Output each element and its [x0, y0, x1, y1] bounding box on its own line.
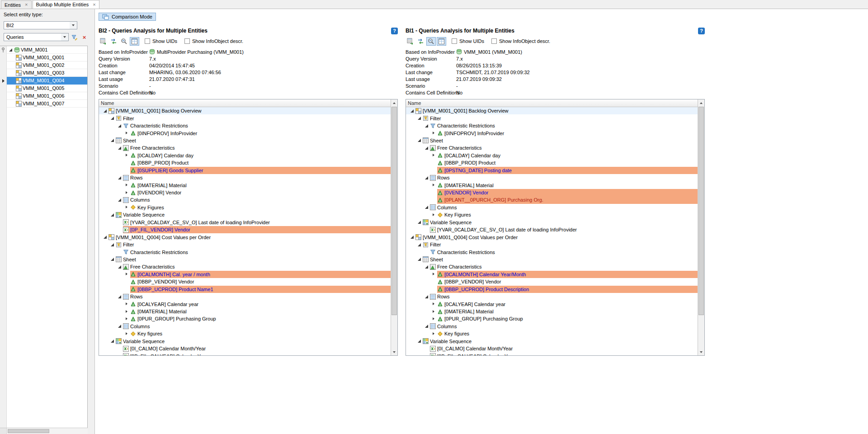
tree-node[interactable]: Key figures — [406, 330, 698, 337]
tree-node[interactable]: [VMM_M001_Q004] Cost Values per Order — [406, 233, 698, 241]
expand-icon[interactable] — [124, 182, 130, 188]
tree-node[interactable]: [0MATERIAL] Material — [99, 308, 391, 315]
tree-node[interactable]: [0CALDAY] Calendar day — [406, 152, 698, 159]
collapse-icon[interactable] — [117, 175, 123, 181]
tree-node[interactable]: [0CALMONTH] Cal. year / month — [99, 271, 391, 278]
collapse-icon[interactable] — [117, 197, 123, 203]
vertical-scrollbar[interactable] — [698, 99, 704, 355]
transfer-differences-button[interactable] — [109, 37, 118, 46]
show-uids-checkbox[interactable]: Show UIDs — [452, 38, 484, 44]
tree-node[interactable]: Variable Sequence — [99, 211, 391, 218]
expand-icon[interactable] — [431, 271, 437, 277]
checkbox-box[interactable] — [491, 38, 497, 44]
tree-node[interactable]: [0CALDAY] Calendar day — [99, 152, 391, 159]
zoom-button[interactable] — [119, 37, 129, 46]
edit-filter-button[interactable] — [70, 33, 79, 41]
grid-export-button[interactable] — [406, 37, 415, 46]
tree-node[interactable]: [0VENDOR] Vendor — [406, 189, 698, 196]
tree-node[interactable]: Columns — [406, 204, 698, 211]
tree-node[interactable]: [0INFOPROV] InfoProvider — [406, 129, 698, 137]
tree-node[interactable]: [0CALMONTH] Calendar Year/Month — [406, 271, 698, 278]
collapse-icon[interactable] — [117, 123, 123, 129]
expand-icon[interactable] — [431, 152, 437, 158]
tree-node[interactable]: [YVAR_0CALDAY_CE_SV_O] Last date of load… — [406, 226, 698, 233]
entity-tree-root[interactable]: VMM_M001 — [7, 46, 87, 54]
tree-node[interactable]: [0BBP_PROD] Product — [99, 159, 391, 166]
tree-node[interactable]: [0PUR_GROUP] Purchasing Group — [406, 315, 698, 322]
scrollbar-track[interactable] — [7, 428, 88, 434]
scroll-up-icon[interactable] — [698, 99, 704, 106]
collapse-icon[interactable] — [103, 108, 108, 114]
grid-export-button[interactable] — [99, 37, 108, 46]
scrollbar-track[interactable] — [391, 106, 397, 349]
tree-node[interactable]: Rows — [406, 293, 698, 300]
tree-node[interactable]: [0P_FIL_CALYEAR] Calendar Year — [99, 352, 391, 355]
tree-node[interactable]: [0P_FIL_VENDOR] Vendor — [99, 226, 391, 233]
tree-node[interactable]: Variable Sequence — [99, 338, 391, 345]
show-infoobject-descr-checkbox[interactable]: Show InfoObject descr. — [184, 38, 243, 44]
collapse-icon[interactable] — [117, 264, 123, 270]
tree-node[interactable]: [VMM_M001_Q001] Backlog Overview — [406, 107, 698, 114]
collapse-icon[interactable] — [110, 115, 116, 121]
entity-item[interactable]: VMM_M001_Q001 — [7, 54, 87, 61]
scroll-down-icon[interactable] — [698, 349, 704, 355]
collapse-icon[interactable] — [424, 323, 430, 329]
expand-icon[interactable] — [124, 130, 130, 136]
show-uids-checkbox[interactable]: Show UIDs — [145, 38, 177, 44]
tree-node[interactable]: Rows — [406, 174, 698, 181]
tree-node[interactable]: [0PSTNG_DATE] Posting date — [406, 167, 698, 174]
grid-layout-button[interactable] — [437, 37, 446, 46]
collapse-icon[interactable] — [417, 242, 423, 248]
name-column-header[interactable]: Name — [406, 99, 698, 107]
scrollbar-thumb[interactable] — [698, 107, 704, 315]
tree-node[interactable]: Free Characteristics — [406, 144, 698, 151]
tree-node[interactable]: Key figures — [99, 330, 391, 337]
tree-node[interactable]: [0P_FIL_CALYEAR] Calendar Year — [406, 352, 698, 355]
expand-icon[interactable] — [431, 182, 437, 188]
tree-node[interactable]: Filter — [406, 114, 698, 122]
name-column-header[interactable]: Name — [99, 99, 391, 107]
entity-item[interactable]: VMM_M001_Q007 — [7, 100, 87, 108]
scroll-down-icon[interactable] — [391, 349, 397, 355]
collapse-icon[interactable] — [110, 137, 116, 143]
tree-node[interactable]: Key Figures — [99, 204, 391, 211]
tree-node[interactable]: Rows — [99, 293, 391, 300]
chevron-down-icon[interactable] — [70, 22, 77, 29]
tree-node[interactable]: Characteristic Restrictions — [99, 122, 391, 129]
collapse-icon[interactable] — [424, 294, 430, 300]
category-select[interactable]: Queries — [4, 33, 69, 41]
collapse-icon[interactable] — [424, 204, 430, 210]
collapse-icon[interactable] — [110, 256, 116, 262]
expand-icon[interactable] — [124, 316, 130, 322]
tree-node[interactable]: [YVAR_0CALDAY_CE_SV_O] Last date of load… — [99, 219, 391, 226]
collapse-icon[interactable] — [110, 338, 116, 344]
tree-node[interactable]: [0VENDOR] Vendor — [99, 189, 391, 196]
expand-icon[interactable] — [8, 47, 14, 53]
collapse-icon[interactable] — [424, 123, 430, 129]
tree-node[interactable]: Columns — [99, 196, 391, 203]
expand-icon[interactable] — [124, 301, 130, 307]
tree-node[interactable]: [0PUR_GROUP] Purchasing Group — [99, 315, 391, 322]
tree-node[interactable]: Rows — [99, 174, 391, 181]
expand-icon[interactable] — [431, 309, 437, 315]
collapse-icon[interactable] — [103, 234, 108, 240]
tree-node[interactable]: Free Characteristics — [99, 144, 391, 151]
tree-node[interactable]: [0I_CALMO] Calendar Month/Year — [99, 345, 391, 352]
clear-filter-button[interactable]: × — [80, 33, 89, 41]
collapse-icon[interactable] — [417, 338, 423, 344]
tree-node[interactable]: [0BBP_PROD] Product — [406, 159, 698, 166]
tree-node[interactable]: [0SUPPLIER] Goods Supplier — [99, 167, 391, 174]
zoom-button[interactable] — [426, 37, 436, 46]
checkbox-box[interactable] — [145, 38, 150, 44]
close-icon[interactable]: × — [93, 2, 95, 7]
tree-node[interactable]: [0MATERIAL] Material — [406, 181, 698, 189]
collapse-icon[interactable] — [410, 108, 415, 114]
help-icon[interactable]: ? — [698, 28, 705, 34]
collapse-icon[interactable] — [417, 219, 423, 225]
collapse-icon[interactable] — [117, 323, 123, 329]
tree-node[interactable]: Filter — [406, 241, 698, 248]
collapse-icon[interactable] — [417, 137, 423, 143]
tree-node[interactable]: Columns — [406, 323, 698, 330]
tree-node[interactable]: [0MATERIAL] Material — [406, 308, 698, 315]
expand-icon[interactable] — [124, 331, 130, 337]
